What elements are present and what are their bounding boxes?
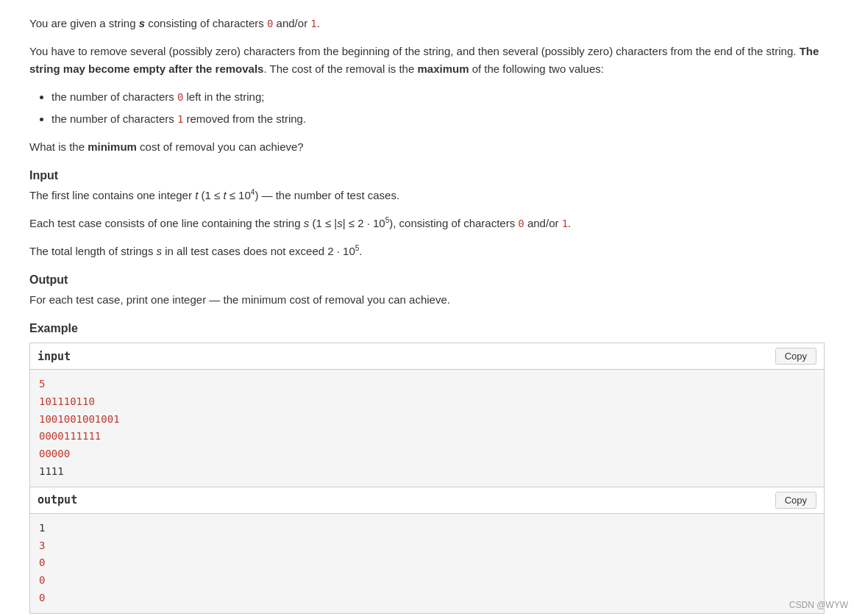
output-line-5: 0: [39, 590, 815, 607]
main-content: You are given a string s consisting of c…: [29, 15, 825, 614]
watermark: CSDN @WYW: [789, 600, 848, 610]
question-para: What is the minimum cost of removal you …: [29, 138, 825, 156]
code-1-1: 1: [310, 18, 316, 29]
code-0-bullet: 0: [177, 91, 183, 103]
code-1-bullet: 1: [177, 113, 183, 125]
input-line-3: 1001001001001: [39, 411, 815, 429]
output-line-1: 1: [39, 520, 815, 537]
output-title: Output: [29, 273, 825, 287]
bullet-item-1: the number of characters 0 left in the s…: [51, 88, 825, 106]
example-title: Example: [29, 322, 825, 335]
bold-text-2: maximum: [417, 62, 469, 75]
code-0-1: 0: [267, 18, 273, 29]
output-code-header: output Copy: [30, 487, 824, 514]
code-0-2: 0: [518, 218, 524, 229]
output-code-body: 1 3 0 0 0: [30, 514, 824, 613]
var-t: t: [195, 189, 198, 201]
input-para1: The first line contains one integer t (1…: [29, 187, 825, 204]
var-s2: s: [304, 217, 310, 229]
input-code-header: input Copy: [30, 343, 824, 370]
input-line-4: 0000111111: [39, 428, 815, 445]
output-label: output: [38, 493, 77, 506]
code-1-2: 1: [562, 218, 568, 229]
input-title: Input: [29, 169, 825, 182]
input-line-1: 5: [39, 376, 815, 393]
output-line-4: 0: [39, 572, 815, 590]
output-line-3: 0: [39, 554, 815, 572]
input-line-6: 1111: [39, 463, 815, 481]
bullet-list: the number of characters 0 left in the s…: [51, 88, 825, 128]
input-label: input: [38, 350, 71, 363]
input-code-body: 5 101110110 1001001001001 0000111111 000…: [30, 370, 824, 487]
input-code-block: input Copy 5 101110110 1001001001001 000…: [29, 343, 825, 487]
output-code-block: output Copy 1 3 0 0 0: [29, 487, 825, 614]
bold-minimum: minimum: [88, 140, 137, 153]
var-s: s: [139, 17, 145, 29]
intro-para2: You have to remove several (possibly zer…: [29, 43, 825, 78]
input-para3: The total length of strings s in all tes…: [29, 243, 825, 260]
input-para2: Each test case consists of one line cont…: [29, 215, 825, 232]
input-line-5: 00000: [39, 445, 815, 463]
copy-input-button[interactable]: Copy: [775, 348, 816, 365]
input-line-2: 101110110: [39, 393, 815, 411]
output-line-2: 3: [39, 537, 815, 555]
intro-para1: You are given a string s consisting of c…: [29, 15, 825, 32]
copy-output-button[interactable]: Copy: [775, 492, 816, 509]
bullet-item-2: the number of characters 1 removed from …: [51, 110, 825, 128]
var-s3: s: [157, 245, 163, 257]
output-para1: For each test case, print one integer — …: [29, 291, 825, 309]
